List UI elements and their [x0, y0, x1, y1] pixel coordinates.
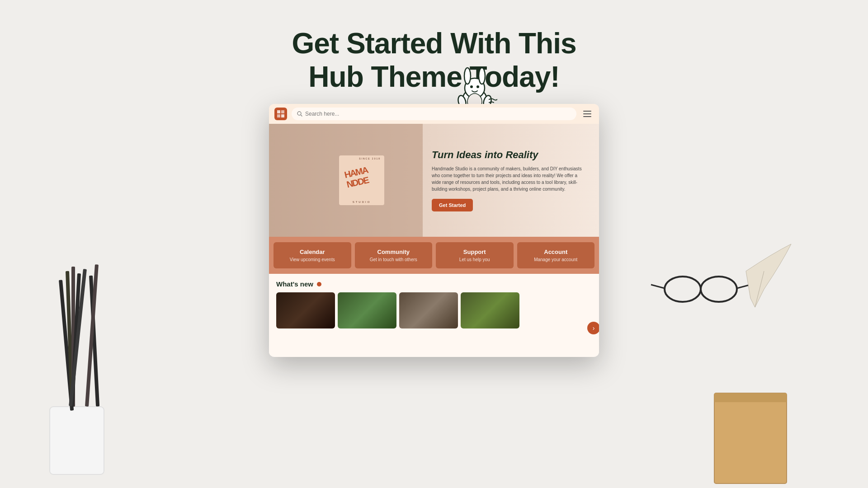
decorative-right — [646, 235, 827, 488]
nav-card-calendar-title: Calendar — [278, 249, 347, 255]
svg-line-31 — [737, 285, 750, 288]
nav-card-account[interactable]: Account Manage your account — [517, 242, 595, 268]
svg-text:DE: DE — [357, 175, 370, 187]
decorative-pencils — [14, 235, 158, 488]
nav-card-calendar[interactable]: Calendar View upcoming events — [274, 242, 351, 268]
image-thumb-2[interactable] — [338, 292, 396, 328]
hero-logo-card: SINCE 2018 HA ND MA DE STUDIO — [339, 155, 384, 205]
logo-name: HA ND MA DE — [342, 160, 382, 200]
svg-rect-32 — [714, 393, 787, 483]
get-started-button[interactable]: Get Started — [432, 199, 473, 211]
svg-line-22 — [301, 115, 302, 117]
hero-section: SINCE 2018 HA ND MA DE STUDIO Turn Ideas… — [269, 124, 599, 237]
browser-window: SINCE 2018 HA ND MA DE STUDIO Turn Ideas… — [269, 104, 599, 357]
notification-dot — [317, 282, 321, 286]
hero-title: Turn Ideas into Reality — [432, 149, 585, 161]
svg-rect-5 — [69, 269, 87, 406]
svg-rect-1 — [59, 280, 74, 411]
svg-rect-20 — [281, 114, 284, 117]
hero-description: Handmade Studio is a community of makers… — [432, 165, 585, 192]
svg-point-27 — [665, 277, 701, 302]
nav-card-support-subtitle: Let us help you — [440, 257, 509, 262]
nav-card-community-title: Community — [359, 249, 428, 255]
whats-new-section: What's new — [269, 274, 599, 356]
image-thumb-3[interactable] — [399, 292, 458, 328]
nav-card-community[interactable]: Community Get in touch with others — [355, 242, 433, 268]
heading-line1: Get Started With This — [292, 27, 576, 60]
nav-card-support[interactable]: Support Let us help you — [436, 242, 514, 268]
menu-icon[interactable] — [581, 108, 594, 120]
svg-rect-4 — [71, 273, 81, 407]
main-heading: Get Started With This Hub Theme Today! — [276, 27, 592, 94]
browser-logo — [274, 108, 287, 120]
whats-new-title: What's new — [276, 280, 313, 288]
svg-rect-0 — [50, 407, 104, 474]
svg-rect-2 — [66, 271, 74, 407]
nav-card-account-title: Account — [522, 249, 590, 255]
next-arrow-button[interactable]: › — [587, 322, 599, 334]
svg-line-30 — [651, 285, 665, 288]
svg-line-34 — [755, 271, 764, 307]
hero-content: Turn Ideas into Reality Handmade Studio … — [432, 149, 585, 211]
svg-point-12 — [470, 85, 473, 88]
image-grid — [276, 292, 592, 328]
svg-point-11 — [479, 68, 485, 84]
svg-rect-17 — [277, 110, 280, 113]
search-input[interactable] — [305, 111, 571, 117]
svg-rect-33 — [714, 393, 787, 402]
nav-card-community-subtitle: Get in touch with others — [359, 257, 428, 262]
heading-line2: Hub Theme Today! — [308, 61, 559, 93]
browser-search-bar[interactable] — [292, 108, 576, 120]
svg-rect-6 — [89, 276, 99, 407]
nav-cards: Calendar View upcoming events Community … — [269, 237, 599, 274]
image-thumb-1[interactable] — [276, 292, 335, 328]
svg-point-13 — [476, 85, 479, 88]
browser-chrome — [269, 104, 599, 124]
whats-new-header: What's new — [276, 280, 592, 288]
nav-card-support-title: Support — [440, 249, 509, 255]
svg-rect-18 — [281, 110, 284, 113]
svg-point-10 — [464, 68, 471, 84]
nav-card-account-subtitle: Manage your account — [522, 257, 590, 262]
svg-point-28 — [701, 277, 737, 302]
svg-rect-3 — [71, 267, 75, 407]
image-thumb-4[interactable] — [461, 292, 519, 328]
svg-point-21 — [297, 112, 301, 115]
svg-rect-7 — [85, 264, 99, 407]
svg-rect-19 — [277, 114, 280, 117]
nav-card-calendar-subtitle: View upcoming events — [278, 257, 347, 262]
logo-studio: STUDIO — [353, 201, 371, 203]
